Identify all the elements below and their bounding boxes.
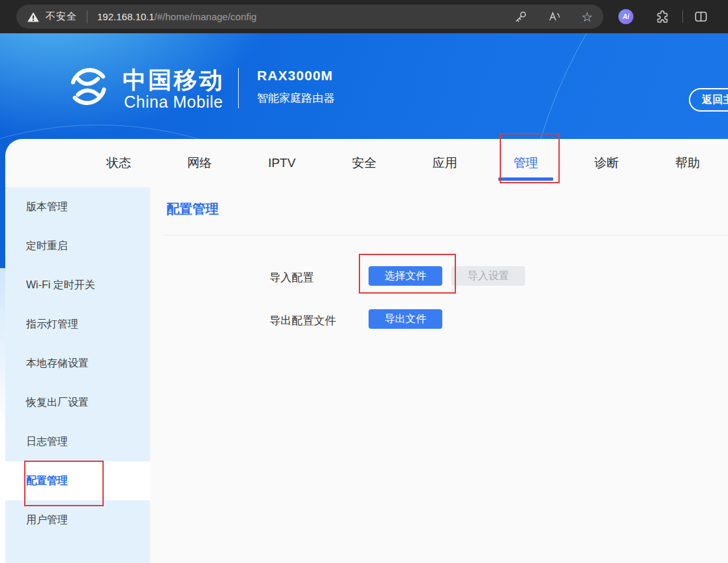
sidebar-item-led-management[interactable]: 指示灯管理 — [5, 305, 150, 344]
title-divider — [163, 235, 728, 236]
china-mobile-logo-icon — [64, 65, 112, 109]
extensions-icon[interactable] — [655, 9, 670, 24]
url-text[interactable]: 192.168.10.1/#/home/manage/config — [97, 11, 256, 22]
sidebar-item-wifi-schedule[interactable]: Wi-Fi 定时开关 — [5, 266, 150, 305]
background-strip — [0, 268, 5, 563]
import-settings-button[interactable]: 导入设置 — [451, 266, 525, 286]
content-panel: 状态 网络 IPTV 安全 应用 管理 诊断 帮助 版本管理 定时重启 Wi-F… — [5, 139, 728, 563]
export-file-button[interactable]: 导出文件 — [369, 309, 442, 329]
sidebar-item-factory-reset[interactable]: 恢复出厂设置 — [5, 383, 150, 422]
sidebar: 版本管理 定时重启 Wi-Fi 定时开关 指示灯管理 本地存储设置 恢复出厂设置… — [5, 187, 150, 563]
choose-file-button[interactable]: 选择文件 — [369, 266, 442, 286]
security-warning-label[interactable]: 不安全 — [46, 10, 77, 23]
url-host: 192.168.10.1 — [97, 11, 155, 22]
brand-name-en: China Mobile — [124, 93, 223, 112]
sidebar-item-config-management[interactable]: 配置管理 — [5, 461, 150, 500]
export-config-label: 导出配置文件 — [269, 313, 336, 328]
browser-toolbar: 不安全 192.168.10.1/#/home/manage/config ☆ … — [0, 0, 728, 33]
sidebar-item-local-storage[interactable]: 本地存储设置 — [5, 344, 150, 383]
security-warning-icon[interactable] — [27, 10, 40, 23]
tab-status[interactable]: 状态 — [106, 155, 131, 172]
back-home-button[interactable]: 返回主 — [689, 88, 728, 112]
split-screen-icon[interactable] — [693, 9, 708, 24]
favorites-star-icon[interactable]: ☆ — [581, 10, 593, 23]
address-bar[interactable]: 不安全 192.168.10.1/#/home/manage/config ☆ — [16, 5, 603, 29]
sidebar-item-user-management[interactable]: 用户管理 — [5, 500, 150, 540]
page-title: 配置管理 — [166, 200, 219, 218]
password-key-icon[interactable] — [514, 10, 528, 23]
tab-security[interactable]: 安全 — [352, 155, 376, 172]
tab-diagnosis[interactable]: 诊断 — [594, 155, 619, 172]
sidebar-item-scheduled-reboot[interactable]: 定时重启 — [5, 226, 150, 266]
router-model: RAX3000M — [257, 68, 333, 84]
address-separator — [87, 10, 87, 23]
toolbar-separator — [682, 10, 683, 23]
read-aloud-icon[interactable] — [547, 10, 562, 23]
router-subtitle: 智能家庭路由器 — [257, 91, 335, 106]
brand-name-cn: 中国移动 — [123, 65, 224, 97]
sidebar-item-version-management[interactable]: 版本管理 — [5, 187, 150, 226]
tab-apps[interactable]: 应用 — [432, 155, 457, 172]
tab-network[interactable]: 网络 — [187, 155, 212, 172]
import-config-label: 导入配置 — [269, 270, 314, 285]
copilot-icon[interactable]: Ai — [618, 9, 633, 24]
main-content: 配置管理 导入配置 选择文件 导入设置 导出配置文件 导出文件 — [150, 187, 728, 563]
sidebar-item-log-management[interactable]: 日志管理 — [5, 422, 150, 461]
tab-iptv[interactable]: IPTV — [268, 156, 296, 170]
header-divider — [238, 68, 239, 108]
main-nav-tabs: 状态 网络 IPTV 安全 应用 管理 诊断 帮助 — [78, 139, 728, 187]
tab-help[interactable]: 帮助 — [675, 155, 700, 172]
tab-manage[interactable]: 管理 — [513, 155, 538, 172]
url-path: /#/home/manage/config — [155, 11, 257, 22]
